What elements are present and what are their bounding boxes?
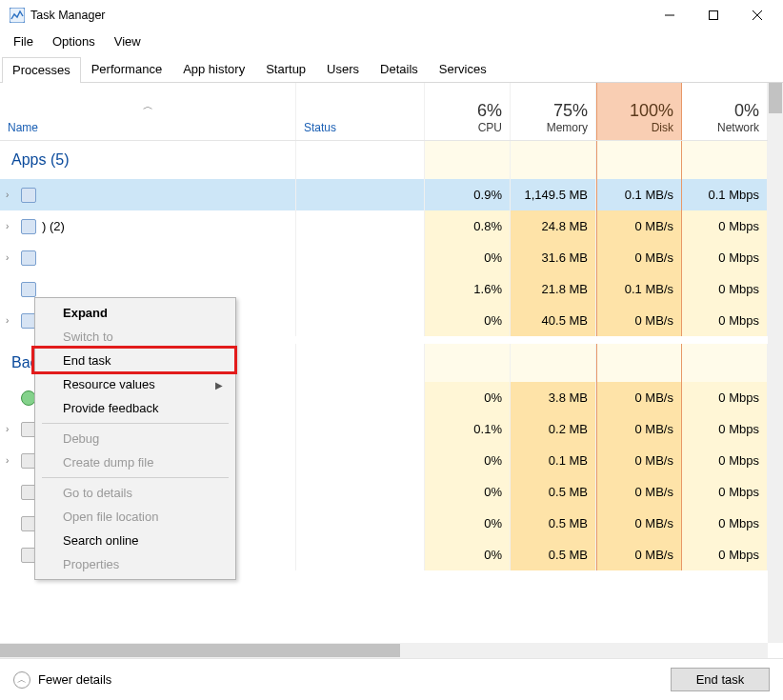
- status-cell: [296, 179, 425, 210]
- status-cell: [296, 273, 425, 305]
- net-cell: 0.1 Mbps: [682, 179, 768, 210]
- mem-cell: 40.5 MB: [511, 305, 596, 336]
- expand-chevron-icon[interactable]: ›: [6, 252, 15, 263]
- ctx-go-to-details: Go to details: [38, 481, 232, 505]
- table-row[interactable]: › ) (2) 0.8% 24.8 MB 0 MB/s 0 Mbps: [0, 210, 768, 242]
- net-cell: 0 Mbps: [682, 273, 768, 305]
- disk-cell: 0.1 MB/s: [596, 179, 682, 210]
- net-cell: 0 Mbps: [682, 539, 768, 570]
- ctx-provide-feedback[interactable]: Provide feedback: [38, 396, 232, 420]
- vscroll-thumb[interactable]: [769, 83, 782, 113]
- mem-cell: 0.5 MB: [511, 539, 596, 570]
- tab-performance[interactable]: Performance: [81, 56, 172, 82]
- expand-chevron-icon[interactable]: ›: [6, 221, 15, 231]
- ctx-separator: [42, 477, 229, 478]
- col-memory-label: Memory: [518, 121, 588, 140]
- hscroll-thumb[interactable]: [0, 644, 400, 657]
- mem-cell: 0.1 MB: [511, 445, 596, 476]
- col-disk-pct: 100%: [605, 101, 673, 121]
- col-disk-label: Disk: [605, 121, 673, 140]
- column-headers: ︿ Name Status 6% CPU 75% Memory 100% Dis…: [0, 83, 768, 141]
- process-name: ) (2): [42, 219, 65, 233]
- disk-cell: 0 MB/s: [596, 305, 682, 336]
- category-apps[interactable]: Apps (5): [0, 141, 768, 179]
- col-disk[interactable]: 100% Disk: [596, 83, 682, 140]
- status-cell: [296, 210, 425, 242]
- expand-chevron-icon[interactable]: ›: [6, 190, 15, 200]
- ctx-switch-to: Switch to: [38, 325, 232, 349]
- mem-cell: 31.6 MB: [511, 242, 596, 273]
- app-icon: [10, 8, 25, 23]
- tab-details[interactable]: Details: [370, 56, 429, 82]
- status-cell: [296, 445, 425, 476]
- disk-cell: 0 MB/s: [596, 539, 682, 570]
- net-cell: 0 Mbps: [682, 445, 768, 476]
- cpu-cell: 0%: [425, 305, 511, 336]
- cpu-cell: 0%: [425, 382, 511, 413]
- col-status-label: Status: [304, 121, 416, 140]
- status-cell: [296, 476, 425, 508]
- col-name[interactable]: ︿ Name: [0, 83, 296, 140]
- col-status[interactable]: Status: [296, 83, 425, 140]
- menu-file[interactable]: File: [6, 32, 41, 50]
- ctx-resource-values[interactable]: Resource values▶: [38, 372, 232, 396]
- fewer-details-button[interactable]: ︿ Fewer details: [13, 671, 111, 689]
- process-icon: [21, 219, 36, 234]
- horizontal-scrollbar[interactable]: [0, 643, 768, 658]
- mem-cell: 21.8 MB: [511, 273, 596, 305]
- col-name-label: Name: [8, 121, 288, 140]
- disk-cell: 0 MB/s: [596, 210, 682, 242]
- window-title: Task Manager: [30, 9, 106, 22]
- ctx-expand[interactable]: Expand: [38, 301, 232, 325]
- tab-app-history[interactable]: App history: [172, 56, 255, 82]
- tab-users[interactable]: Users: [316, 56, 370, 82]
- tab-startup[interactable]: Startup: [255, 56, 316, 82]
- net-cell: 0 Mbps: [682, 210, 768, 242]
- cpu-cell: 0%: [425, 445, 511, 476]
- col-cpu[interactable]: 6% CPU: [425, 83, 511, 140]
- titlebar: Task Manager: [0, 0, 783, 30]
- vertical-scrollbar[interactable]: [768, 83, 783, 643]
- mem-cell: 0.2 MB: [511, 413, 596, 445]
- svg-rect-2: [710, 11, 718, 20]
- net-cell: 0 Mbps: [682, 382, 768, 413]
- col-network[interactable]: 0% Network: [682, 83, 768, 140]
- chevron-right-icon: ▶: [215, 379, 223, 390]
- close-button[interactable]: [735, 0, 779, 30]
- content-area: ︿ Name Status 6% CPU 75% Memory 100% Dis…: [0, 83, 783, 658]
- tab-processes[interactable]: Processes: [2, 57, 81, 83]
- net-cell: 0 Mbps: [682, 508, 768, 539]
- col-memory[interactable]: 75% Memory: [511, 83, 596, 140]
- minimize-button[interactable]: [648, 0, 692, 30]
- net-cell: 0 Mbps: [682, 476, 768, 508]
- end-task-button[interactable]: End task: [671, 668, 770, 691]
- disk-cell: 0 MB/s: [596, 242, 682, 273]
- menu-view[interactable]: View: [107, 32, 149, 50]
- expand-chevron-icon[interactable]: ›: [6, 315, 15, 326]
- menubar: File Options View: [0, 30, 783, 52]
- tab-services[interactable]: Services: [429, 56, 497, 82]
- ctx-open-file-loc: Open file location: [38, 505, 232, 529]
- ctx-end-task[interactable]: End task: [38, 349, 232, 372]
- cpu-cell: 0%: [425, 508, 511, 539]
- expand-chevron-icon[interactable]: ›: [6, 455, 15, 466]
- ctx-create-dump: Create dump file: [38, 450, 232, 474]
- expand-chevron-icon[interactable]: ›: [6, 424, 15, 434]
- table-row[interactable]: › 0% 31.6 MB 0 MB/s 0 Mbps: [0, 242, 768, 273]
- ctx-search-online[interactable]: Search online: [38, 529, 232, 552]
- mem-cell: 0.5 MB: [511, 476, 596, 508]
- menu-options[interactable]: Options: [45, 32, 103, 50]
- col-network-pct: 0%: [690, 101, 759, 121]
- ctx-properties: Properties: [38, 552, 232, 576]
- process-icon: [21, 250, 36, 266]
- table-row[interactable]: › 0.9% 1,149.5 MB 0.1 MB/s 0.1 Mbps: [0, 179, 768, 210]
- cpu-cell: 0.1%: [425, 413, 511, 445]
- mem-cell: 3.8 MB: [511, 382, 596, 413]
- chevron-up-icon: ︿: [13, 671, 30, 689]
- cpu-cell: 0%: [425, 476, 511, 508]
- sort-indicator-icon: ︿: [143, 99, 153, 113]
- cpu-cell: 1.6%: [425, 273, 511, 305]
- mem-cell: 24.8 MB: [511, 210, 596, 242]
- maximize-button[interactable]: [692, 0, 735, 30]
- status-cell: [296, 305, 425, 336]
